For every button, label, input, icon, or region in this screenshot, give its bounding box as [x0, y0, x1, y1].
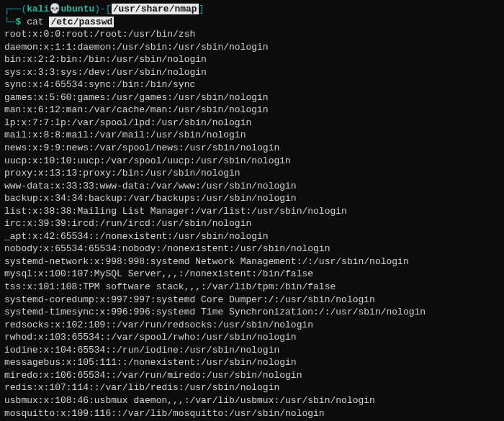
prompt-close-bracket: ]: [199, 4, 204, 14]
prompt-line-1: ┌──(kali💀ubuntu)-[/usr/share/nmap]: [4, 3, 500, 16]
output-line: usbmux:x:108:46:usbmux daemon,,,:/var/li…: [4, 394, 500, 407]
command-name: cat: [27, 17, 43, 27]
prompt-host: ubuntu: [60, 4, 94, 14]
output-line: www-data:x:33:33:www-data:/var/www:/usr/…: [4, 180, 500, 193]
output-line: sys:x:3:3:sys:/dev:/usr/sbin/nologin: [4, 66, 500, 79]
terminal-output: root:x:0:0:root:/root:/usr/bin/zshdaemon…: [4, 28, 500, 420]
output-line: mosquitto:x:109:116::/var/lib/mosquitto:…: [4, 407, 500, 420]
output-line: miredo:x:106:65534::/var/run/miredo:/usr…: [4, 369, 500, 382]
output-line: irc:x:39:39:ircd:/run/ircd:/usr/sbin/nol…: [4, 217, 500, 230]
output-line: man:x:6:12:man:/var/cache/man:/usr/sbin/…: [4, 104, 500, 117]
output-line: lp:x:7:7:lp:/var/spool/lpd:/usr/sbin/nol…: [4, 117, 500, 130]
output-line: sync:x:4:65534:sync:/bin:/bin/sync: [4, 78, 500, 91]
output-line: messagebus:x:105:111::/nonexistent:/usr/…: [4, 356, 500, 369]
output-line: tss:x:101:108:TPM software stack,,,:/var…: [4, 281, 500, 294]
output-line: root:x:0:0:root:/root:/usr/bin/zsh: [4, 28, 500, 41]
output-line: list:x:38:38:Mailing List Manager:/var/l…: [4, 205, 500, 218]
output-line: games:x:5:60:games:/usr/games:/usr/sbin/…: [4, 91, 500, 104]
output-line: _apt:x:42:65534::/nonexistent:/usr/sbin/…: [4, 230, 500, 243]
skull-icon: 💀: [49, 4, 60, 14]
output-line: mail:x:8:8:mail:/var/mail:/usr/sbin/nolo…: [4, 129, 500, 142]
output-line: redsocks:x:102:109::/var/run/redsocks:/u…: [4, 319, 500, 332]
output-line: iodine:x:104:65534::/run/iodine:/usr/sbi…: [4, 344, 500, 357]
output-line: uucp:x:10:10:uucp:/var/spool/uucp:/usr/s…: [4, 155, 500, 168]
output-line: bin:x:2:2:bin:/bin:/usr/sbin/nologin: [4, 53, 500, 66]
command-argument: /etc/passwd: [49, 17, 114, 27]
output-line: systemd-network:x:998:998:systemd Networ…: [4, 255, 500, 268]
prompt-close-paren: )-[: [94, 4, 111, 14]
output-line: systemd-timesync:x:996:996:systemd Time …: [4, 306, 500, 319]
output-line: systemd-coredump:x:997:997:systemd Core …: [4, 294, 500, 307]
output-line: news:x:9:9:news:/var/spool/news:/usr/sbi…: [4, 142, 500, 155]
output-line: mysql:x:100:107:MySQL Server,,,:/nonexis…: [4, 268, 500, 281]
output-line: backup:x:34:34:backup:/var/backups:/usr/…: [4, 192, 500, 205]
prompt-cwd: /usr/share/nmap: [112, 4, 199, 14]
prompt-user: kali: [27, 4, 49, 14]
output-line: daemon:x:1:1:daemon:/usr/sbin:/usr/sbin/…: [4, 41, 500, 54]
output-line: redis:x:107:114::/var/lib/redis:/usr/sbi…: [4, 381, 500, 394]
prompt-corner-top: ┌──(: [4, 4, 27, 14]
prompt-line-2[interactable]: └─$ cat /etc/passwd: [4, 16, 500, 29]
prompt-corner-bottom: └─: [4, 17, 16, 27]
output-line: rwhod:x:103:65534::/var/spool/rwho:/usr/…: [4, 331, 500, 344]
output-line: nobody:x:65534:65534:nobody:/nonexistent…: [4, 243, 500, 255]
output-line: proxy:x:13:13:proxy:/bin:/usr/sbin/nolog…: [4, 167, 500, 180]
